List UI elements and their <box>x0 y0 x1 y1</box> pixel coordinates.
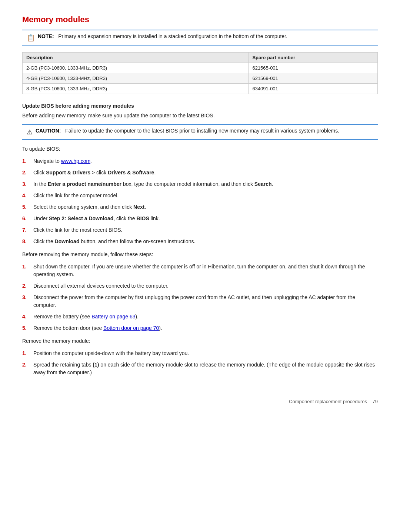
footer-text: Component replacement procedures 79 <box>289 399 378 404</box>
list-item: 4. Click the link for the computer model… <box>22 192 378 200</box>
parts-table: Description Spare part number 2-GB (PC3-… <box>22 52 378 94</box>
step-text: Click the Download button, and then foll… <box>33 238 378 245</box>
row3-part: 634091-001 <box>249 84 378 94</box>
col-spare-part: Spare part number <box>249 53 378 63</box>
step-num: 4. <box>22 192 28 200</box>
remove-module-section: Remove the memory module: 1. Position th… <box>22 337 378 377</box>
remove-module-steps: 1. Position the computer upside-down wit… <box>22 349 378 377</box>
battery-link[interactable]: Battery on page 63 <box>91 314 135 319</box>
before-removing-intro: Before removing the memory module, follo… <box>22 251 378 258</box>
step-text: Disconnect the power from the computer b… <box>33 294 378 309</box>
step-num: 5. <box>22 203 28 211</box>
step-text: Click the link for the most recent BIOS. <box>33 226 378 234</box>
step-text: Shut down the computer. If you are unsur… <box>33 263 378 278</box>
remove-module-intro: Remove the memory module: <box>22 337 378 345</box>
update-bios-steps: 1. Navigate to www.hp.com. 2. Click Supp… <box>22 157 378 245</box>
caution-text: CAUTION: Failure to update the computer … <box>36 128 339 134</box>
list-item: 7. Click the link for the most recent BI… <box>22 226 378 234</box>
step-text: Navigate to www.hp.com. <box>33 157 378 165</box>
list-item: 2. Spread the retaining tabs (1) on each… <box>22 361 378 377</box>
note-icon: 📋 <box>27 34 35 42</box>
list-item: 2. Click Support & Drivers > click Drive… <box>22 169 378 177</box>
step-text: Spread the retaining tabs (1) on each si… <box>33 361 378 377</box>
row1-desc: 2-GB (PC3-10600, 1333-MHz, DDR3) <box>23 63 249 73</box>
step-num: 2. <box>22 282 28 290</box>
list-item: 1. Position the computer upside-down wit… <box>22 349 378 357</box>
step-num: 5. <box>22 324 28 332</box>
list-item: 1. Shut down the computer. If you are un… <box>22 263 378 278</box>
footer-bar: Component replacement procedures 79 <box>22 399 378 404</box>
list-item: 5. Remove the bottom door (see Bottom do… <box>22 324 378 332</box>
list-item: 3. In the Enter a product name/number bo… <box>22 180 378 188</box>
list-item: 3. Disconnect the power from the compute… <box>22 294 378 309</box>
row1-part: 621565-001 <box>249 63 378 73</box>
before-removing-section: Before removing the memory module, follo… <box>22 251 378 332</box>
step-text: In the Enter a product name/number box, … <box>33 180 378 188</box>
step-text: Disconnect all external devices connecte… <box>33 282 378 290</box>
step-text: Select the operating system, and then cl… <box>33 203 378 211</box>
step-num: 7. <box>22 226 28 234</box>
before-removing-steps: 1. Shut down the computer. If you are un… <box>22 263 378 332</box>
step-text: Under Step 2: Select a Download, click t… <box>33 215 378 222</box>
list-item: 2. Disconnect all external devices conne… <box>22 282 378 290</box>
row2-desc: 4-GB (PC3-10600, 1333-MHz, DDR3) <box>23 73 249 84</box>
step-num: 2. <box>22 361 28 377</box>
step-num: 4. <box>22 313 28 321</box>
step-num: 3. <box>22 294 28 309</box>
col-description: Description <box>23 53 249 63</box>
step-num: 1. <box>22 349 28 357</box>
caution-icon: ⚠ <box>27 128 33 136</box>
step-num: 3. <box>22 180 28 188</box>
step-text: Remove the battery (see Battery on page … <box>33 313 378 321</box>
step-text: Click the link for the computer model. <box>33 192 378 200</box>
step-text: Position the computer upside-down with t… <box>33 349 378 357</box>
step-num: 8. <box>22 238 28 245</box>
note-box: 📋 NOTE: Primary and expansion memory is … <box>22 30 378 46</box>
table-row: 8-GB (PC3-10600, 1333-MHz, DDR3) 634091-… <box>23 84 378 94</box>
table-row: 2-GB (PC3-10600, 1333-MHz, DDR3) 621565-… <box>23 63 378 73</box>
table-row: 4-GB (PC3-10600, 1333-MHz, DDR3) 621569-… <box>23 73 378 84</box>
list-item: 6. Under Step 2: Select a Download, clic… <box>22 215 378 222</box>
step-num: 1. <box>22 263 28 278</box>
note-text: NOTE: Primary and expansion memory is in… <box>38 33 287 39</box>
step-num: 2. <box>22 169 28 177</box>
list-item: 1. Navigate to www.hp.com. <box>22 157 378 165</box>
list-item: 5. Select the operating system, and then… <box>22 203 378 211</box>
update-bios-section: Update BIOS before adding memory modules… <box>22 103 378 245</box>
step-text: Click Support & Drivers > click Drivers … <box>33 169 378 177</box>
step-num: 1. <box>22 157 28 165</box>
hp-link[interactable]: www.hp.com <box>61 158 90 164</box>
update-bios-paragraph: Before adding new memory, make sure you … <box>22 112 378 120</box>
row3-desc: 8-GB (PC3-10600, 1333-MHz, DDR3) <box>23 84 249 94</box>
update-bios-heading: Update BIOS before adding memory modules <box>22 103 378 109</box>
list-item: 8. Click the Download button, and then f… <box>22 238 378 245</box>
step-text: Remove the bottom door (see Bottom door … <box>33 324 378 332</box>
caution-box: ⚠ CAUTION: Failure to update the compute… <box>22 124 378 140</box>
update-bios-intro: To update BIOS: <box>22 145 378 153</box>
list-item: 4. Remove the battery (see Battery on pa… <box>22 313 378 321</box>
step-num: 6. <box>22 215 28 222</box>
page-title: Memory modules <box>22 15 378 24</box>
row2-part: 621569-001 <box>249 73 378 84</box>
bottom-door-link[interactable]: Bottom door on page 70 <box>103 325 159 331</box>
